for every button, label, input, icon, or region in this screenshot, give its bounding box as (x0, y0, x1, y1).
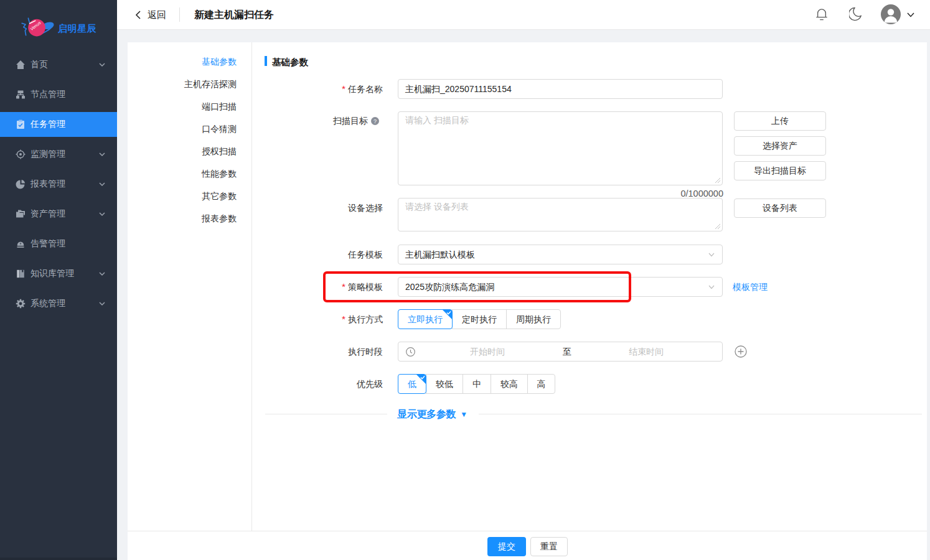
svg-text:?: ? (373, 118, 377, 124)
